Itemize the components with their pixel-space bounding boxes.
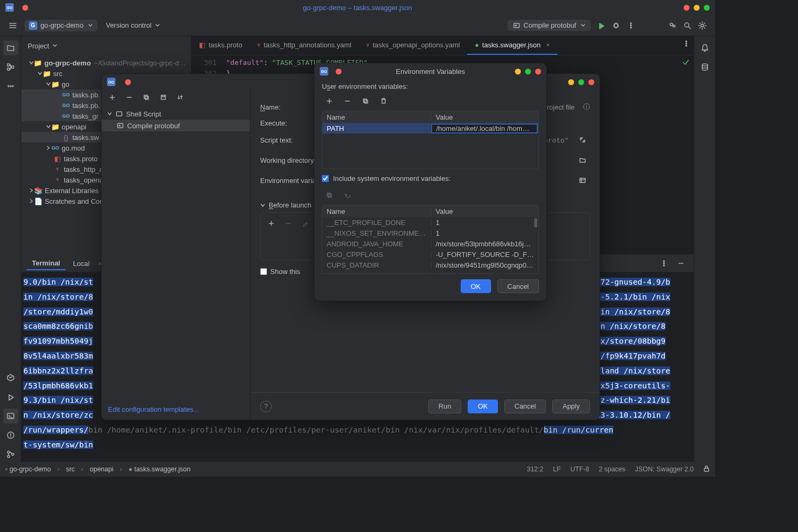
minimize-icon[interactable] — [674, 256, 688, 271]
svg-point-22 — [686, 43, 687, 44]
svg-rect-39 — [328, 194, 331, 197]
envvars-browse-icon[interactable] — [575, 173, 590, 188]
inspection-ok-icon[interactable] — [682, 59, 689, 68]
scrollbar[interactable] — [534, 218, 537, 228]
tab-http-annotations[interactable]: Ytasks_http_annotations.yaml — [250, 36, 359, 55]
terminal-title[interactable]: Terminal — [27, 257, 65, 270]
env-row[interactable]: DBUS_SESSION_BUS_ADDRESSunix:path=/run/u… — [322, 270, 538, 274]
ok-button[interactable]: OK — [468, 400, 498, 413]
terminal-options-icon[interactable] — [656, 256, 671, 271]
include-system-checkbox[interactable] — [322, 175, 329, 182]
left-tool-rail — [0, 36, 21, 462]
project-header[interactable]: Project — [21, 36, 191, 55]
before-launch-label[interactable]: Before launch — [269, 201, 311, 209]
env-row[interactable]: ANDROID_JAVA_HOME/nix/store/53lpmbh686vk… — [322, 238, 538, 249]
project-tool-icon[interactable] — [3, 40, 18, 55]
svg-point-12 — [8, 86, 9, 87]
run-button[interactable]: Run — [428, 400, 461, 413]
schema[interactable]: JSON: Swagger 2.0 — [635, 466, 694, 473]
run-config-selector[interactable]: Compile protobuf — [508, 20, 591, 31]
svg-point-21 — [686, 41, 687, 42]
user-env-title: User environment variables: — [322, 82, 539, 90]
project-selector[interactable]: Ggo-grpc-demo — [24, 20, 97, 31]
system-env-table[interactable]: NameValue __ETC_PROFILE_DONE1__NIXOS_SET… — [322, 205, 539, 274]
more-icon[interactable] — [624, 18, 638, 33]
add-icon[interactable] — [264, 216, 279, 231]
include-system-label: Include system environment variables: — [333, 174, 451, 182]
more-tools-icon[interactable] — [3, 79, 18, 94]
breadcrumb[interactable]: openapi — [90, 466, 114, 473]
svg-point-25 — [663, 263, 664, 264]
edit-icon — [298, 216, 313, 231]
close-icon[interactable]: × — [546, 41, 550, 49]
dialog-title: Environment Variables — [396, 68, 465, 76]
breadcrumb[interactable]: src — [66, 466, 75, 473]
env-row-path[interactable]: PATH /home/aniket/.local/bin /home/ani..… — [322, 123, 538, 134]
env-row[interactable]: __ETC_PROFILE_DONE1 — [322, 217, 538, 228]
env-row[interactable]: __NIXOS_SET_ENVIRONMENT_DO...1 — [322, 228, 538, 238]
problems-icon[interactable] — [3, 428, 18, 443]
add-icon[interactable] — [322, 94, 337, 109]
terminal-tool-icon[interactable] — [3, 409, 18, 423]
code-with-me-icon[interactable] — [665, 18, 680, 33]
readonly-icon[interactable] — [703, 466, 710, 473]
indent[interactable]: 2 spaces — [599, 466, 626, 473]
config-item[interactable]: Compile protobuf — [102, 120, 250, 131]
copy-icon[interactable] — [358, 94, 373, 109]
expand-icon[interactable] — [575, 132, 590, 147]
sort-icon[interactable] — [173, 90, 188, 105]
help-icon[interactable]: ? — [260, 401, 272, 412]
edit-templates-link[interactable]: Edit configuration templates... — [102, 399, 250, 420]
show-checkbox[interactable] — [260, 268, 267, 275]
tab-options-icon[interactable] — [679, 36, 694, 51]
tab-openapi-options[interactable]: Ytasks_openapi_options.yaml — [359, 36, 467, 55]
cancel-button[interactable]: Cancel — [497, 279, 539, 293]
hamburger-icon[interactable] — [5, 18, 20, 33]
svg-rect-33 — [580, 178, 585, 182]
settings-icon[interactable] — [695, 18, 710, 33]
svg-point-23 — [686, 45, 687, 46]
config-group[interactable]: Shell Script — [102, 108, 250, 120]
structure-tool-icon[interactable] — [3, 60, 18, 74]
database-icon[interactable] — [697, 60, 712, 74]
info-icon[interactable]: ⓘ — [583, 102, 590, 112]
run-button[interactable] — [594, 18, 609, 33]
tab-swagger-json[interactable]: ●tasks.swagger.json× — [467, 36, 557, 55]
save-icon[interactable] — [156, 90, 171, 105]
svg-point-3 — [630, 25, 631, 26]
go-badge-icon: GO — [5, 3, 14, 12]
env-row[interactable]: CUPS_DATADIR/nix/store/9451mg9l50cgnqp08… — [322, 260, 538, 270]
run-tool-icon[interactable] — [3, 389, 18, 404]
remove-icon[interactable] — [122, 90, 137, 105]
git-icon[interactable] — [3, 447, 18, 462]
breadcrumb[interactable]: ● tasks.swagger.json — [128, 466, 190, 473]
paste-icon[interactable] — [376, 94, 391, 109]
cancel-button[interactable]: Cancel — [504, 400, 546, 413]
notifications-icon[interactable] — [697, 40, 712, 55]
remove-icon[interactable] — [340, 94, 355, 109]
apply-button[interactable]: Apply — [552, 400, 590, 413]
debug-button[interactable] — [609, 18, 624, 33]
svg-rect-27 — [704, 468, 709, 471]
tab-tasks-proto[interactable]: ◧tasks.proto — [192, 36, 250, 55]
browse-icon[interactable] — [575, 153, 590, 168]
breadcrumb[interactable]: ▫ go-grpc-demo — [5, 466, 51, 473]
statusbar: ▫ go-grpc-demo› src› openapi› ● tasks.sw… — [0, 462, 715, 477]
vcs-dropdown[interactable]: Version control — [106, 21, 160, 29]
services-icon[interactable] — [3, 370, 18, 385]
dialog-close-icon[interactable] — [336, 69, 342, 74]
copy-icon[interactable] — [139, 90, 154, 105]
add-icon[interactable] — [105, 90, 120, 105]
line-ending[interactable]: LF — [553, 466, 561, 473]
revert-icon — [340, 188, 355, 203]
dialog-close-icon[interactable] — [125, 79, 131, 85]
encoding[interactable]: UTF-8 — [570, 466, 589, 473]
mac-traffic-lights[interactable] — [679, 5, 710, 11]
search-icon[interactable] — [680, 18, 695, 33]
ok-button[interactable]: OK — [461, 279, 491, 293]
user-env-table[interactable]: NameValue PATH /home/aniket/.local/bin /… — [322, 111, 539, 169]
cursor-position[interactable]: 312:2 — [527, 466, 543, 473]
env-row[interactable]: CGO_CPPFLAGS-U_FORTIFY_SOURCE -D_FORTIF.… — [322, 249, 538, 260]
svg-point-8 — [701, 24, 704, 27]
svg-point-14 — [12, 86, 13, 87]
